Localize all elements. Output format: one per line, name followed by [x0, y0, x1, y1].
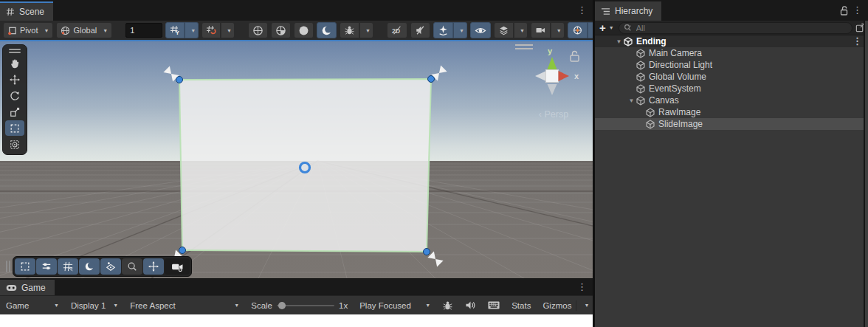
chevron-down-icon: ▼ [365, 28, 371, 33]
axis-y-cone[interactable] [548, 57, 557, 69]
tab-hierarchy[interactable]: Hierarchy [595, 1, 661, 21]
debug-draw-dropdown[interactable]: ▼ [359, 22, 373, 38]
game-tab-menu-icon[interactable]: ⋮ [573, 282, 591, 292]
shading-wireframe-button[interactable] [248, 22, 268, 38]
gizmo-center-cube[interactable] [546, 70, 559, 83]
globe-icon [61, 26, 70, 35]
scene-visibility-toggle[interactable] [470, 22, 491, 38]
move-tool-button[interactable] [5, 72, 24, 87]
overlay-menu-grip-icon[interactable] [515, 45, 533, 49]
layers-button[interactable] [494, 22, 514, 38]
palette-grip[interactable] [3, 47, 27, 55]
shading-shaded-wire-button[interactable] [271, 22, 291, 38]
increment-snap-toggle[interactable] [202, 22, 221, 38]
aspect-label: Free Aspect [130, 301, 175, 310]
sprite-overlay-toggle[interactable] [100, 258, 121, 275]
move-overlay-toggle[interactable] [143, 258, 164, 275]
effects-dropdown[interactable]: ▼ [453, 22, 467, 38]
axis-neg-y-cone[interactable] [548, 84, 557, 95]
hierarchy-pane: Hierarchy ⋮ + ▼ ▼ [595, 0, 868, 327]
game-audio-toggle[interactable] [459, 296, 482, 314]
hierarchy-item-slideimage[interactable]: SlideImage [595, 118, 868, 130]
hierarchy-search-input[interactable] [635, 23, 847, 33]
pivot-handle[interactable] [300, 163, 310, 173]
gizmos-game-dropdown[interactable]: Gizmos ▼ [537, 296, 595, 314]
hierarchy-scene-row[interactable]: ▼ Ending ⋮ [595, 35, 868, 47]
gizmos-toggle[interactable] [568, 22, 588, 38]
scale-slider[interactable] [277, 305, 334, 306]
scene-tab-menu-icon[interactable]: ⋮ [573, 5, 591, 15]
hierarchy-item-global-volume[interactable]: Global Volume [595, 71, 868, 83]
rect-tool-toggle[interactable] [15, 258, 35, 275]
hierarchy-scrollbar[interactable] [864, 21, 868, 327]
axis-x-cone[interactable] [559, 71, 570, 81]
expander-icon[interactable]: ▼ [615, 38, 623, 45]
rect-tool-button[interactable] [5, 120, 24, 136]
orientation-gizmo[interactable]: y x ‹ Persp [487, 41, 593, 126]
tab-game[interactable]: Game [0, 280, 55, 295]
gizmo-lock-icon[interactable] [571, 52, 579, 62]
effects-toggle[interactable] [433, 22, 453, 38]
layers-dropdown[interactable]: ▼ [514, 22, 528, 38]
debug-draw-button[interactable] [340, 22, 359, 38]
lighting-overlay-toggle[interactable] [79, 258, 100, 275]
axis-neg-x-cone[interactable] [535, 72, 545, 81]
display-dropdown[interactable]: Display 1 ▼ [65, 296, 124, 314]
transform-tool-button[interactable] [5, 137, 24, 152]
hierarchy-tab-menu-icon[interactable]: ⋮ [848, 5, 867, 15]
debug-mode-button[interactable] [436, 296, 459, 314]
gameobject-cube-icon [636, 72, 646, 82]
pivot-dropdown[interactable]: Pivot ▼ [3, 22, 53, 38]
game-tab-label: Game [21, 283, 46, 293]
grid-snap-y-dropdown[interactable]: ▼ [185, 22, 199, 38]
projection-mode-label[interactable]: ‹ Persp [539, 109, 568, 120]
add-gameobject-button[interactable]: + ▼ [598, 22, 616, 33]
overlay-toolbar-grip[interactable] [6, 261, 10, 272]
cameras-overlay-button[interactable] [165, 258, 190, 275]
chevron-down-icon: ▼ [425, 303, 430, 308]
search-overlay-button[interactable] [122, 258, 142, 275]
shaded-sphere-icon [298, 25, 309, 36]
hierarchy-item-eventsystem[interactable]: EventSystem [595, 83, 868, 94]
stats-toggle[interactable]: Stats [506, 296, 537, 314]
hierarchy-item-canvas[interactable]: ▼ Canvas [595, 94, 868, 106]
scene-camera-button[interactable] [531, 22, 551, 38]
scene-lighting-toggle[interactable] [317, 22, 337, 38]
audio-mute-toggle[interactable] [410, 22, 430, 38]
ui-handles-toggle[interactable] [36, 258, 57, 275]
display-label: Display 1 [71, 301, 106, 310]
grid-snap-y-toggle[interactable]: Y [165, 22, 185, 38]
aspect-ratio-dropdown[interactable]: Free Aspect ▼ [124, 296, 245, 314]
scene-camera-dropdown[interactable]: ▼ [551, 22, 565, 38]
chevron-down-icon: ▼ [113, 303, 118, 308]
on-screen-keyboard-button[interactable] [482, 296, 506, 314]
hierarchy-empty-area[interactable] [595, 130, 868, 327]
grid-size-input[interactable] [125, 23, 162, 38]
shading-shaded-button[interactable] [294, 22, 314, 38]
grid-visual-toggle[interactable] [58, 258, 78, 275]
increment-snap-dropdown[interactable]: ▼ [221, 22, 235, 38]
keyboard-icon [488, 301, 500, 309]
game-target-dropdown[interactable]: Game ▼ [0, 296, 65, 314]
gameobject-cube-icon [645, 108, 655, 117]
scene-root-label: Ending [636, 36, 666, 47]
svg-text:Y: Y [176, 30, 179, 35]
expander-icon[interactable]: ▼ [627, 97, 636, 104]
hand-tool-button[interactable] [5, 55, 24, 71]
video-camera-icon [171, 262, 184, 272]
orientation-dropdown[interactable]: Global ▼ [56, 22, 112, 38]
scale-tool-button[interactable] [5, 104, 24, 120]
scale-slider-thumb[interactable] [278, 302, 286, 309]
axis-y-label[interactable]: y [548, 47, 553, 55]
hierarchy-search-field[interactable] [619, 22, 852, 34]
scene-viewport[interactable]: y x ‹ Persp [0, 41, 593, 278]
tab-scene[interactable]: Scene [0, 1, 53, 21]
hierarchy-item-main-camera[interactable]: Main Camera [595, 47, 868, 59]
axis-x-label[interactable]: x [574, 72, 579, 80]
2d-mode-toggle[interactable]: 2D [387, 22, 407, 38]
play-mode-dropdown[interactable]: Play Focused ▼ [354, 296, 436, 314]
hierarchy-item-directional-light[interactable]: Directional Light [595, 59, 868, 71]
scene-grid-icon [6, 7, 15, 16]
rotate-tool-button[interactable] [5, 88, 24, 103]
hierarchy-item-rawimage[interactable]: RawImage [595, 106, 868, 118]
